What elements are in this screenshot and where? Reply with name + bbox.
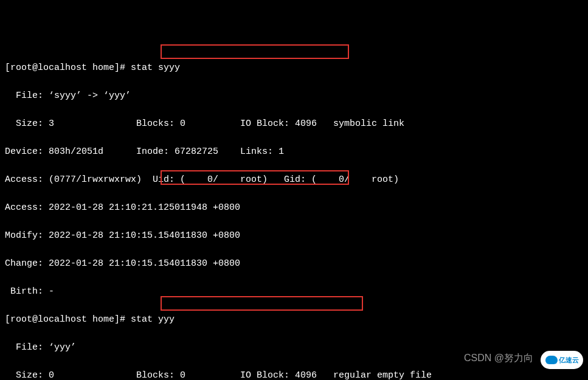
shell-prompt: [root@localhost home]# bbox=[5, 63, 131, 73]
command-text: stat yyy bbox=[131, 314, 175, 325]
stat-output: File: ‘syyy’ -> ‘yyy’ bbox=[5, 89, 583, 103]
watermark-text: CSDN @努力向 bbox=[464, 351, 533, 365]
highlight-box-3 bbox=[161, 296, 363, 311]
stat-output: Device: 803h/2051d Inode: 67282725 Links… bbox=[5, 145, 583, 159]
logo-label: 亿速云 bbox=[559, 353, 579, 367]
logo-badge: 亿速云 bbox=[541, 351, 583, 369]
cloud-icon bbox=[545, 356, 558, 364]
stat-output: Size: 3 Blocks: 0 IO Block: 4096 symboli… bbox=[5, 117, 583, 131]
stat-output: Access: 2022-01-28 21:10:21.125011948 +0… bbox=[5, 201, 583, 215]
command-text: stat syyy bbox=[131, 63, 180, 73]
stat-output: Access: (0777/lrwxrwxrwx) Uid: ( 0/ root… bbox=[5, 173, 583, 187]
stat-output: Birth: - bbox=[5, 285, 583, 299]
stat-output: Modify: 2022-01-28 21:10:15.154011830 +0… bbox=[5, 229, 583, 243]
prompt-line-2[interactable]: [root@localhost home]# stat yyy bbox=[5, 313, 583, 326]
prompt-line-1[interactable]: [root@localhost home]# stat syyy bbox=[5, 61, 583, 75]
stat-output: Change: 2022-01-28 21:10:15.154011830 +0… bbox=[5, 257, 583, 271]
highlight-box-1 bbox=[161, 44, 349, 59]
shell-prompt: [root@localhost home]# bbox=[5, 314, 131, 325]
stat-output: Size: 0 Blocks: 0 IO Block: 4096 regular… bbox=[5, 368, 583, 380]
